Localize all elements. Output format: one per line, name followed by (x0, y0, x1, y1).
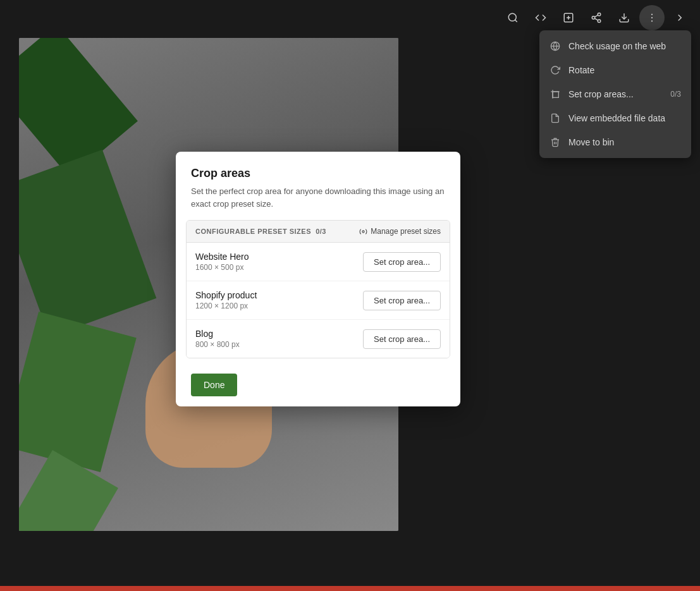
preset-info-blog: Blog 800 × 800 px (195, 329, 240, 349)
preset-section-label: CONFIGURABLE PRESET SIZES 0/3 (195, 228, 326, 235)
trash-icon (550, 137, 561, 148)
manage-presets-button[interactable]: Manage preset sizes (359, 227, 441, 236)
expand-button[interactable] (667, 5, 692, 30)
svg-point-2 (598, 13, 601, 16)
add-button[interactable] (556, 5, 581, 30)
rotate-label: Rotate (568, 65, 681, 75)
preset-section-header: CONFIGURABLE PRESET SIZES 0/3 Manage pre… (187, 221, 450, 243)
view-embedded-label: View embedded file data (568, 113, 681, 123)
svg-point-4 (598, 20, 601, 23)
bottom-bar (0, 586, 700, 591)
svg-point-3 (592, 16, 595, 20)
svg-point-8 (651, 14, 653, 15)
set-crop-button-shopify[interactable]: Set crop area... (363, 291, 441, 310)
context-menu: Check usage on the web Rotate Set crop a… (539, 30, 691, 158)
svg-point-14 (362, 230, 364, 232)
check-usage-menu-item[interactable]: Check usage on the web (539, 34, 691, 58)
search-button[interactable] (500, 5, 525, 30)
crop-areas-modal: Crop areas Set the perfect crop area for… (176, 152, 460, 406)
share-button[interactable] (584, 5, 609, 30)
svg-line-6 (594, 15, 598, 17)
svg-point-0 (508, 13, 516, 21)
preset-size-website-hero: 1600 × 500 px (195, 263, 249, 272)
code-button[interactable] (528, 5, 553, 30)
rotate-menu-item[interactable]: Rotate (539, 58, 691, 82)
set-crop-menu-item[interactable]: Set crop areas... 0/3 (539, 82, 691, 106)
modal-footer: Done (176, 363, 460, 406)
svg-point-9 (651, 17, 653, 18)
preset-row-shopify: Shopify product 1200 × 1200 px Set crop … (187, 281, 450, 320)
preset-size-blog: 800 × 800 px (195, 340, 240, 349)
check-usage-label: Check usage on the web (568, 41, 681, 51)
download-button[interactable] (611, 5, 637, 30)
done-button[interactable]: Done (191, 374, 237, 396)
preset-info-shopify: Shopify product 1200 × 1200 px (195, 290, 257, 310)
preset-section: CONFIGURABLE PRESET SIZES 0/3 Manage pre… (186, 220, 450, 358)
svg-line-5 (594, 18, 598, 20)
globe-icon (550, 40, 561, 52)
modal-title: Crop areas (191, 167, 445, 180)
more-options-button[interactable] (639, 5, 665, 30)
view-embedded-menu-item[interactable]: View embedded file data (539, 106, 691, 130)
modal-description: Set the perfect crop area for anyone dow… (191, 185, 445, 210)
preset-name-blog: Blog (195, 329, 240, 339)
move-to-bin-menu-item[interactable]: Move to bin (539, 130, 691, 154)
set-crop-button-website-hero[interactable]: Set crop area... (363, 252, 441, 272)
svg-point-10 (651, 20, 653, 21)
preset-row-blog: Blog 800 × 800 px Set crop area... (187, 320, 450, 358)
svg-rect-13 (553, 92, 558, 97)
set-crop-label: Set crop areas... (568, 89, 663, 99)
preset-info-website-hero: Website Hero 1600 × 500 px (195, 252, 249, 272)
file-icon (550, 113, 561, 124)
preset-name-shopify: Shopify product (195, 290, 257, 300)
move-to-bin-label: Move to bin (568, 137, 681, 147)
crop-badge: 0/3 (670, 90, 681, 99)
modal-body: CONFIGURABLE PRESET SIZES 0/3 Manage pre… (176, 220, 460, 363)
set-crop-button-blog[interactable]: Set crop area... (363, 329, 441, 349)
crop-icon (550, 88, 561, 100)
preset-row-website-hero: Website Hero 1600 × 500 px Set crop area… (187, 243, 450, 281)
preset-size-shopify: 1200 × 1200 px (195, 302, 257, 310)
preset-name-website-hero: Website Hero (195, 252, 249, 262)
rotate-icon (550, 64, 561, 76)
modal-header: Crop areas Set the perfect crop area for… (176, 152, 460, 220)
